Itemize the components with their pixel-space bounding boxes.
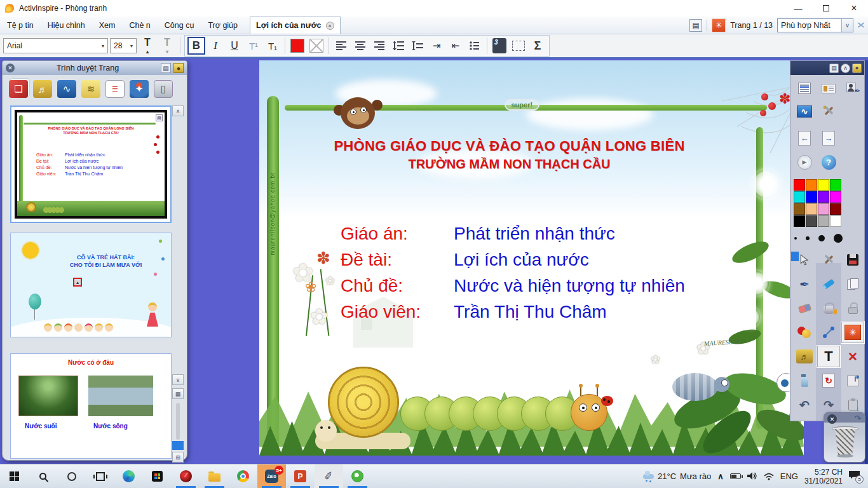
tray-expand-icon[interactable]: ∧ bbox=[717, 471, 724, 481]
font-family-select[interactable]: Arial ▾ bbox=[3, 38, 108, 53]
align-center-button[interactable] bbox=[351, 37, 369, 55]
taskbar-store[interactable] bbox=[143, 464, 172, 488]
toolbox-pin-icon[interactable]: ● bbox=[852, 64, 862, 73]
taskbar-edge[interactable] bbox=[114, 464, 143, 488]
page-thumbnail-1[interactable]: PHÒNG GIÁO DỤC VÀ ĐÀO TẠO QUẬN LONG BIÊN… bbox=[10, 105, 172, 223]
taskbar-activinspire[interactable]: ✐ bbox=[315, 464, 343, 488]
delete-tool[interactable]: ✕ bbox=[841, 346, 864, 367]
color-white[interactable] bbox=[830, 215, 841, 227]
page-menu-icon[interactable]: ▤ bbox=[689, 19, 702, 32]
pen-width-2[interactable] bbox=[794, 237, 797, 240]
panel-close-icon[interactable]: ✕ bbox=[6, 64, 15, 72]
pen-width-4[interactable] bbox=[806, 236, 810, 240]
italic-button[interactable]: I bbox=[207, 37, 224, 55]
color-green[interactable] bbox=[830, 179, 841, 191]
next-page-button[interactable]: → bbox=[817, 127, 840, 149]
increase-font-button[interactable]: T▴ bbox=[139, 37, 156, 55]
bullet-list-button[interactable] bbox=[466, 37, 484, 55]
notes-browser-icon[interactable]: ≋ bbox=[81, 80, 100, 98]
color-cyan[interactable] bbox=[794, 191, 805, 203]
color-pink[interactable] bbox=[818, 203, 829, 215]
pen-tool[interactable]: ✒ bbox=[793, 273, 816, 295]
voting-browser-icon[interactable]: ▯ bbox=[154, 80, 173, 98]
line-spacing-increase-button[interactable] bbox=[390, 37, 407, 55]
thumbnail-zoom-track[interactable] bbox=[176, 403, 180, 440]
express-poll-button[interactable]: ? bbox=[817, 151, 840, 173]
subscript-button[interactable]: T₁ bbox=[264, 37, 281, 55]
annotate-desktop-tool[interactable]: ∿ bbox=[793, 100, 816, 122]
wifi-icon[interactable] bbox=[764, 473, 774, 480]
shape-tool[interactable] bbox=[793, 322, 816, 343]
reset-page-tool[interactable]: ↻ bbox=[817, 370, 840, 391]
activinspire-dashboard-icon[interactable]: ✳ bbox=[712, 18, 726, 32]
desktop-tools-button[interactable] bbox=[817, 100, 840, 122]
profile-switch-tool[interactable]: ✒ bbox=[841, 78, 864, 99]
menu-help[interactable]: Trợ giúp bbox=[201, 17, 245, 34]
lock-tool[interactable] bbox=[841, 297, 864, 319]
toolbox-doc-icon[interactable]: ▤ bbox=[829, 64, 839, 73]
color-red[interactable] bbox=[794, 179, 805, 191]
trash-panel[interactable]: ✕ ↷ bbox=[824, 412, 865, 463]
color-darkred[interactable] bbox=[830, 203, 841, 215]
resource-browser-icon[interactable]: ♬ bbox=[33, 80, 52, 98]
thumbnail-scroll-down[interactable]: ∨ bbox=[172, 374, 184, 385]
underline-button[interactable]: U bbox=[226, 37, 243, 55]
menu-edit[interactable]: Hiệu chỉnh bbox=[41, 17, 92, 34]
page-thumbnail-2[interactable]: CÔ VÀ TRẺ HÁT BÀI: CHO TÔI ĐI LÀM MƯA VỚ… bbox=[10, 233, 172, 337]
fill-color-swatch[interactable] bbox=[308, 37, 325, 55]
flipchart-page-canvas[interactable]: super! maurenilson@yahoo.com.br PHÒNG GI… bbox=[259, 60, 804, 456]
thumbnail-zoom-handle[interactable] bbox=[172, 441, 184, 450]
activinspire-flower-tool[interactable]: ✳ bbox=[841, 322, 864, 343]
page-browser-icon[interactable]: ❏ bbox=[9, 80, 28, 98]
start-button[interactable] bbox=[0, 464, 29, 488]
action-browser-icon[interactable]: ✦ bbox=[130, 80, 149, 98]
marquee-select-button[interactable] bbox=[510, 37, 527, 55]
font-size-select[interactable]: 28 ▾ bbox=[110, 38, 137, 53]
close-button[interactable]: × bbox=[840, 0, 868, 17]
align-left-button[interactable] bbox=[332, 37, 350, 55]
chevron-down-icon[interactable]: ∨ bbox=[841, 19, 853, 32]
minimize-button[interactable]: — bbox=[784, 0, 812, 17]
indent-increase-button[interactable]: ⇥ bbox=[428, 37, 445, 55]
restore-button[interactable] bbox=[812, 0, 840, 17]
decrease-font-button[interactable]: T▾ bbox=[158, 37, 176, 55]
weather-widget[interactable]: 21°C Mưa rào bbox=[643, 471, 711, 481]
profile-card-tool[interactable] bbox=[817, 78, 840, 99]
redo-page-tool[interactable]: ↱ bbox=[841, 370, 864, 391]
question-browser-icon[interactable]: ☰ bbox=[105, 80, 125, 98]
text-tool[interactable]: T bbox=[817, 346, 840, 367]
fullscreen-toggle-icon[interactable]: × bbox=[857, 19, 865, 32]
line-spacing-decrease-button[interactable] bbox=[409, 37, 426, 55]
undo-tool[interactable]: ↶ bbox=[793, 394, 816, 416]
menu-insert[interactable]: Chè n bbox=[122, 17, 157, 34]
taskbar-coccoc[interactable] bbox=[343, 464, 372, 488]
number-format-button[interactable]: 3 bbox=[491, 37, 508, 55]
equation-button[interactable]: Σ bbox=[529, 37, 546, 55]
color-magenta[interactable] bbox=[830, 191, 841, 203]
tab-close-icon[interactable]: × bbox=[326, 22, 334, 30]
page-thumbnail-3[interactable]: Nước có ở đâu Nước suối Nước sông bbox=[10, 353, 172, 459]
trash-close-icon[interactable]: ✕ bbox=[827, 414, 837, 424]
connector-tool[interactable] bbox=[817, 322, 840, 343]
taskbar-clock[interactable]: 5:27 CH 31/10/2021 bbox=[804, 468, 843, 485]
text-color-swatch[interactable] bbox=[288, 37, 306, 55]
notification-center[interactable]: 5 bbox=[849, 471, 862, 482]
fill-tool[interactable] bbox=[817, 297, 840, 319]
color-orange[interactable] bbox=[806, 179, 817, 191]
spray-tool[interactable] bbox=[793, 370, 816, 391]
toolbox-collapse-icon[interactable]: ∧ bbox=[841, 64, 850, 73]
thumbnail-size-grid-icon[interactable]: ▦ bbox=[172, 388, 184, 399]
color-black[interactable] bbox=[794, 215, 805, 227]
speaker-icon[interactable] bbox=[747, 472, 757, 480]
taskbar-chrome[interactable] bbox=[229, 464, 257, 488]
indent-decrease-button[interactable]: ⇤ bbox=[447, 37, 465, 55]
task-view-button[interactable] bbox=[86, 464, 114, 488]
trash-restore-icon[interactable]: ↷ bbox=[854, 414, 861, 423]
color-tan[interactable] bbox=[806, 203, 817, 215]
bold-button[interactable]: B bbox=[187, 37, 205, 55]
zoom-fit-select[interactable]: Phù hợp Nhất ∨ bbox=[777, 18, 853, 32]
taskbar-utility-app[interactable] bbox=[172, 464, 200, 488]
pen-width-8[interactable] bbox=[834, 234, 843, 243]
color-brown[interactable] bbox=[794, 203, 805, 215]
menu-tools[interactable]: Công cụ bbox=[158, 17, 201, 34]
